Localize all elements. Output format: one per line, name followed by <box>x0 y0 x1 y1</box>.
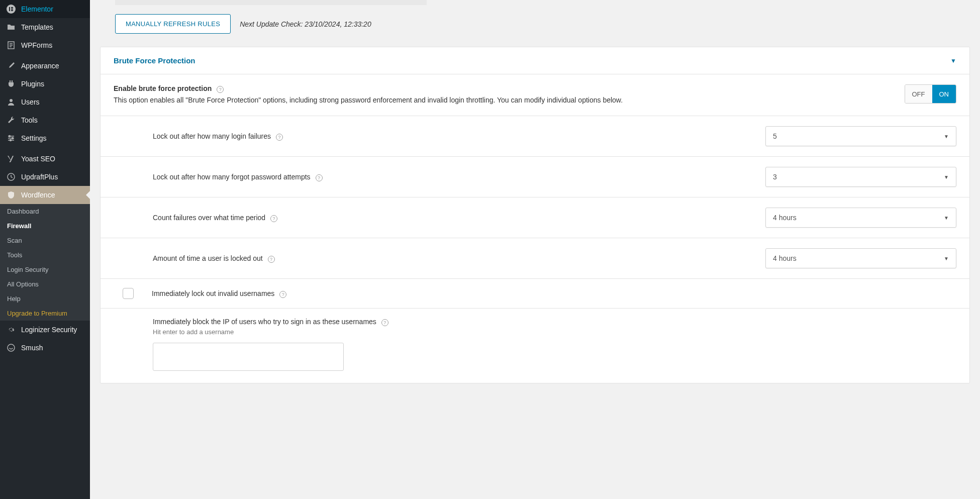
sidebar-item-smush[interactable]: Smush <box>0 339 90 357</box>
shield-icon <box>6 190 16 200</box>
login-failures-select[interactable]: 5 ▼ <box>765 126 956 146</box>
login-failures-row: Lock out after how many login failures ?… <box>101 116 969 157</box>
submenu-scan[interactable]: Scan <box>0 233 90 248</box>
sidebar-item-label: Tools <box>21 116 38 124</box>
submenu-help[interactable]: Help <box>0 291 90 306</box>
toggle-on[interactable]: ON <box>932 85 956 103</box>
sidebar-item-label: WPForms <box>21 41 52 49</box>
block-ip-hint: Hit enter to add a username <box>153 328 956 336</box>
chevron-down-icon: ▼ <box>944 134 949 139</box>
count-period-select[interactable]: 4 hours ▼ <box>765 208 956 228</box>
forgot-password-select[interactable]: 3 ▼ <box>765 167 956 187</box>
toggle-off[interactable]: OFF <box>905 85 932 103</box>
svg-point-17 <box>8 344 15 351</box>
help-icon[interactable]: ? <box>270 215 277 222</box>
block-ip-row: Immediately block the IP of users who tr… <box>101 309 969 383</box>
help-icon[interactable]: ? <box>279 291 286 298</box>
smush-icon <box>6 343 16 353</box>
invalid-usernames-label: Immediately lock out invalid usernames <box>152 289 274 297</box>
help-icon[interactable]: ? <box>381 319 388 326</box>
submenu-all-options[interactable]: All Options <box>0 277 90 291</box>
chevron-down-icon: ▼ <box>944 256 949 261</box>
sidebar-item-label: Wordfence <box>21 191 55 199</box>
chevron-down-icon: ▼ <box>950 57 956 64</box>
plug-icon <box>6 79 16 89</box>
form-icon <box>6 40 16 50</box>
elementor-icon <box>6 4 16 14</box>
sidebar-item-wpforms[interactable]: WPForms <box>0 36 90 54</box>
manually-refresh-button[interactable]: MANUALLY REFRESH RULES <box>115 14 231 34</box>
login-failures-label: Lock out after how many login failures <box>153 132 271 140</box>
select-value: 4 hours <box>773 254 797 262</box>
enable-bfp-text: Enable brute force protection ? This opt… <box>114 84 895 106</box>
help-icon[interactable]: ? <box>316 174 323 181</box>
sidebar-item-label: UpdraftPlus <box>21 173 58 181</box>
sidebar-item-label: Settings <box>21 134 47 142</box>
count-period-row: Count failures over what time period ? 4… <box>101 197 969 238</box>
forgot-password-label: Lock out after how many forgot password … <box>153 173 311 181</box>
select-value: 3 <box>773 173 777 181</box>
sidebar-item-users[interactable]: Users <box>0 93 90 111</box>
sidebar-item-plugins[interactable]: Plugins <box>0 75 90 93</box>
panel-header[interactable]: Brute Force Protection ▼ <box>101 47 969 74</box>
svg-point-9 <box>10 99 13 102</box>
svg-rect-4 <box>11 10 13 11</box>
brush-icon <box>6 61 16 71</box>
username-tag-input[interactable] <box>153 343 344 371</box>
block-ip-label: Immediately block the IP of users who tr… <box>153 318 376 326</box>
sidebar-item-label: Appearance <box>21 62 59 70</box>
sidebar-item-wordfence[interactable]: Wordfence <box>0 186 90 204</box>
sidebar-item-appearance[interactable]: Appearance <box>0 57 90 75</box>
count-period-label: Count failures over what time period <box>153 214 265 222</box>
sidebar-item-updraftplus[interactable]: UpdraftPlus <box>0 168 90 186</box>
sidebar-item-label: Smush <box>21 344 43 352</box>
submenu-tools[interactable]: Tools <box>0 248 90 262</box>
yoast-icon <box>6 154 16 164</box>
next-update-check: Next Update Check: 23/10/2024, 12:33:20 <box>240 20 371 28</box>
brute-force-panel: Brute Force Protection ▼ Enable brute fo… <box>100 47 970 383</box>
submenu-login-security[interactable]: Login Security <box>0 262 90 277</box>
main-content: MANUALLY REFRESH RULES Next Update Check… <box>90 0 980 499</box>
locked-out-select[interactable]: 4 hours ▼ <box>765 248 956 268</box>
svg-point-14 <box>12 138 14 139</box>
sidebar-item-label: Yoast SEO <box>21 155 55 163</box>
sidebar-item-yoast[interactable]: Yoast SEO <box>0 150 90 168</box>
sidebar-submenu: Dashboard Firewall Scan Tools Login Secu… <box>0 204 90 321</box>
submenu-dashboard[interactable]: Dashboard <box>0 204 90 219</box>
enable-bfp-row: Enable brute force protection ? This opt… <box>101 74 969 116</box>
forgot-password-row: Lock out after how many forgot password … <box>101 157 969 197</box>
sidebar-item-elementor[interactable]: Elementor <box>0 0 90 18</box>
help-icon[interactable]: ? <box>276 134 283 141</box>
updraft-icon <box>6 172 16 182</box>
wrench-icon <box>6 115 16 125</box>
sidebar-item-templates[interactable]: Templates <box>0 18 90 36</box>
sidebar-item-label: Users <box>21 98 40 106</box>
sidebar-item-label: Elementor <box>21 5 53 13</box>
sidebar-item-tools[interactable]: Tools <box>0 111 90 129</box>
sidebar-item-label: Loginizer Security <box>21 326 77 334</box>
submenu-firewall[interactable]: Firewall <box>0 219 90 233</box>
svg-point-13 <box>9 136 11 137</box>
submenu-upgrade-premium[interactable]: Upgrade to Premium <box>0 306 90 321</box>
sidebar-item-loginizer[interactable]: Loginizer Security <box>0 321 90 339</box>
select-value: 5 <box>773 132 777 140</box>
gear-icon <box>6 325 16 335</box>
bfp-toggle[interactable]: OFF ON <box>905 84 957 104</box>
panel-title: Brute Force Protection <box>114 56 195 65</box>
chevron-down-icon: ▼ <box>944 174 949 180</box>
help-icon[interactable]: ? <box>268 256 275 263</box>
invalid-usernames-checkbox[interactable] <box>123 288 134 299</box>
folder-icon <box>6 22 16 32</box>
user-icon <box>6 97 16 107</box>
sidebar-item-label: Templates <box>21 23 53 31</box>
chevron-down-icon: ▼ <box>944 215 949 221</box>
help-icon[interactable]: ? <box>217 86 224 93</box>
locked-out-label: Amount of time a user is locked out <box>153 254 263 262</box>
locked-out-row: Amount of time a user is locked out ? 4 … <box>101 238 969 279</box>
invalid-usernames-row: Immediately lock out invalid usernames ? <box>101 279 969 309</box>
svg-rect-1 <box>9 7 10 11</box>
refresh-row: MANUALLY REFRESH RULES Next Update Check… <box>100 5 970 43</box>
sidebar-item-settings[interactable]: Settings <box>0 129 90 147</box>
sliders-icon <box>6 133 16 143</box>
enable-bfp-desc: This option enables all "Brute Force Pro… <box>114 95 895 106</box>
